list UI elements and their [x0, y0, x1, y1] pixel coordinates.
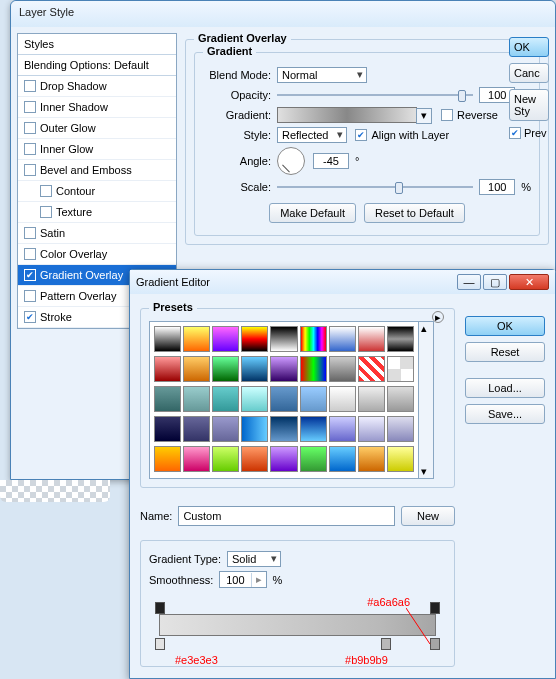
gradient-editor-titlebar[interactable]: Gradient Editor — ▢ ✕	[130, 270, 555, 294]
preset-swatch[interactable]	[358, 446, 385, 472]
preset-swatch[interactable]	[329, 446, 356, 472]
ls-ok-button[interactable]: OK	[509, 37, 549, 57]
blending-options-row[interactable]: Blending Options: Default	[18, 55, 176, 76]
preset-swatch[interactable]	[270, 446, 297, 472]
style-checkbox[interactable]: ✔	[24, 311, 36, 323]
maximize-button[interactable]: ▢	[483, 274, 507, 290]
reset-default-button[interactable]: Reset to Default	[364, 203, 465, 223]
style-item-inner-shadow[interactable]: Inner Shadow	[18, 97, 176, 118]
style-checkbox[interactable]: ✔	[24, 269, 36, 281]
style-checkbox[interactable]	[40, 206, 52, 218]
preset-swatch[interactable]	[387, 416, 414, 442]
preset-swatch[interactable]	[329, 326, 356, 352]
presets-scrollbar[interactable]	[418, 321, 434, 479]
opacity-stop-left[interactable]	[155, 602, 165, 614]
grad-type-select[interactable]: Solid	[227, 551, 281, 567]
styles-header[interactable]: Styles	[18, 34, 176, 55]
preset-swatch[interactable]	[154, 326, 181, 352]
preset-swatch[interactable]	[387, 446, 414, 472]
preset-swatch[interactable]	[270, 326, 297, 352]
preset-swatch[interactable]	[300, 326, 327, 352]
preset-swatch[interactable]	[300, 446, 327, 472]
preset-swatch[interactable]	[183, 356, 210, 382]
gradient-name-input[interactable]: Custom	[178, 506, 395, 526]
preview-checkbox[interactable]: ✔	[509, 127, 521, 139]
ge-save-button[interactable]: Save...	[465, 404, 545, 424]
style-item-drop-shadow[interactable]: Drop Shadow	[18, 76, 176, 97]
preset-swatch[interactable]	[387, 326, 414, 352]
ge-reset-button[interactable]: Reset	[465, 342, 545, 362]
preset-swatch[interactable]	[387, 386, 414, 412]
preset-swatch[interactable]	[154, 386, 181, 412]
preset-swatch[interactable]	[300, 386, 327, 412]
preset-swatch[interactable]	[212, 416, 239, 442]
ge-load-button[interactable]: Load...	[465, 378, 545, 398]
reverse-checkbox[interactable]	[441, 109, 453, 121]
style-item-contour[interactable]: Contour	[18, 181, 176, 202]
preset-swatch[interactable]	[183, 446, 210, 472]
preset-swatch[interactable]	[212, 356, 239, 382]
preset-swatch[interactable]	[241, 386, 268, 412]
gradient-bar-area[interactable]: #a6a6a6 #e3e3e3 #b9b9b9	[149, 602, 446, 658]
preset-swatch[interactable]	[241, 356, 268, 382]
smoothness-input[interactable]: 100▸	[219, 571, 266, 588]
angle-value[interactable]: -45	[313, 153, 349, 169]
new-gradient-button[interactable]: New	[401, 506, 455, 526]
style-checkbox[interactable]	[40, 185, 52, 197]
style-item-outer-glow[interactable]: Outer Glow	[18, 118, 176, 139]
style-item-color-overlay[interactable]: Color Overlay	[18, 244, 176, 265]
color-stop-left[interactable]	[155, 638, 165, 650]
preset-swatch[interactable]	[183, 386, 210, 412]
preset-swatch[interactable]	[183, 416, 210, 442]
preset-swatch[interactable]	[329, 386, 356, 412]
preset-swatch[interactable]	[300, 356, 327, 382]
ls-new-style-button[interactable]: New Sty	[509, 89, 549, 121]
style-item-texture[interactable]: Texture	[18, 202, 176, 223]
preset-swatch[interactable]	[154, 446, 181, 472]
preset-swatch[interactable]	[358, 416, 385, 442]
style-item-satin[interactable]: Satin	[18, 223, 176, 244]
preset-swatch[interactable]	[212, 386, 239, 412]
style-checkbox[interactable]	[24, 143, 36, 155]
style-checkbox[interactable]	[24, 164, 36, 176]
preset-swatch[interactable]	[183, 326, 210, 352]
opacity-slider[interactable]	[277, 88, 473, 102]
align-checkbox[interactable]: ✔	[355, 129, 367, 141]
preset-swatch[interactable]	[212, 326, 239, 352]
scale-value[interactable]: 100	[479, 179, 515, 195]
gradient-bar[interactable]	[159, 614, 436, 636]
angle-dial[interactable]	[277, 147, 305, 175]
style-checkbox[interactable]	[24, 290, 36, 302]
preset-swatch[interactable]	[270, 416, 297, 442]
ge-ok-button[interactable]: OK	[465, 316, 545, 336]
style-checkbox[interactable]	[24, 101, 36, 113]
style-checkbox[interactable]	[24, 122, 36, 134]
preset-swatch[interactable]	[270, 356, 297, 382]
preset-swatch[interactable]	[329, 356, 356, 382]
preset-swatch[interactable]	[270, 386, 297, 412]
preset-swatch[interactable]	[358, 356, 385, 382]
blend-mode-select[interactable]: Normal	[277, 67, 367, 83]
preset-swatch[interactable]	[387, 356, 414, 382]
preset-swatch[interactable]	[358, 386, 385, 412]
preset-swatch[interactable]	[154, 356, 181, 382]
make-default-button[interactable]: Make Default	[269, 203, 356, 223]
style-item-inner-glow[interactable]: Inner Glow	[18, 139, 176, 160]
preset-swatch[interactable]	[212, 446, 239, 472]
ls-cancel-button[interactable]: Canc	[509, 63, 549, 83]
preset-swatch[interactable]	[241, 326, 268, 352]
style-checkbox[interactable]	[24, 80, 36, 92]
preset-swatch[interactable]	[154, 416, 181, 442]
color-stop-mid[interactable]	[381, 638, 391, 650]
preset-swatch[interactable]	[241, 446, 268, 472]
preset-swatch[interactable]	[329, 416, 356, 442]
preset-swatch[interactable]	[300, 416, 327, 442]
style-checkbox[interactable]	[24, 227, 36, 239]
layer-style-titlebar[interactable]: Layer Style	[11, 1, 555, 27]
style-item-bevel-and-emboss[interactable]: Bevel and Emboss	[18, 160, 176, 181]
preset-swatch[interactable]	[358, 326, 385, 352]
scale-slider[interactable]	[277, 180, 473, 194]
preset-swatch[interactable]	[241, 416, 268, 442]
style-checkbox[interactable]	[24, 248, 36, 260]
close-button[interactable]: ✕	[509, 274, 549, 290]
